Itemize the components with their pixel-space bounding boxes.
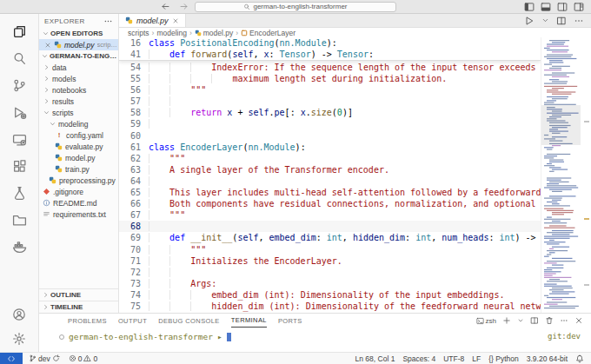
code-line-72[interactable]: 72 bbox=[119, 267, 541, 278]
code-line-71[interactable]: 71 Initializes the EncoderLayer. bbox=[119, 255, 541, 267]
code-line-57[interactable]: 57 bbox=[119, 96, 541, 107]
code-line-75[interactable]: 75 hidden_dim (int): Dimensionality of t… bbox=[119, 301, 541, 312]
code-line-74[interactable]: 74 embed_dim (int): Dimensionality of th… bbox=[119, 289, 541, 301]
plus-icon[interactable] bbox=[502, 316, 511, 325]
tree-item-models[interactable]: models bbox=[39, 73, 118, 84]
tab-model-py[interactable]: model.py bbox=[119, 14, 186, 27]
sticky-line-16[interactable]: 16class PositionalEncoding(nn.Module): bbox=[119, 37, 541, 49]
code-line-65[interactable]: 65 This layer includes multi-head self-a… bbox=[119, 187, 541, 198]
open-editors-header[interactable]: OPEN EDITORS bbox=[39, 28, 118, 39]
activity-account[interactable] bbox=[9, 306, 30, 323]
outline-section-header[interactable]: OUTLINE bbox=[39, 288, 118, 301]
split-icon[interactable] bbox=[556, 16, 567, 26]
layout-sidebar-right-icon[interactable] bbox=[557, 2, 568, 12]
panel-tab-output[interactable]: OUTPUT bbox=[118, 314, 147, 328]
status-encoding[interactable]: UTF-8 bbox=[443, 354, 464, 363]
minimap[interactable] bbox=[541, 37, 581, 313]
chev-down-icon[interactable] bbox=[517, 317, 524, 324]
status-cursor-position[interactable]: Ln 68, Col 1 bbox=[355, 354, 395, 363]
activity-testing[interactable] bbox=[9, 184, 30, 202]
code-line-62[interactable]: 62 """ bbox=[119, 153, 541, 164]
panel-tab-debug-console[interactable]: DEBUG CONSOLE bbox=[158, 314, 220, 328]
ellipsis-icon[interactable] bbox=[560, 316, 568, 325]
activity-remote-explorer[interactable] bbox=[9, 130, 30, 148]
code-line-54[interactable]: 54 IndexError: If the sequence length of… bbox=[119, 62, 541, 73]
open-editor-item-model-py[interactable]: model.py scripts/mod... bbox=[39, 39, 118, 50]
layout-customize-icon[interactable] bbox=[574, 2, 584, 12]
folder-section-header[interactable]: GERMAN-TO-ENGLISH-TRANS... bbox=[39, 50, 118, 62]
code-line-73[interactable]: 73 Args: bbox=[119, 278, 541, 289]
code-line-56[interactable]: 56 """ bbox=[119, 84, 541, 96]
back-icon[interactable] bbox=[161, 2, 170, 11]
tree-item-config-yaml[interactable]: !config.yaml bbox=[39, 129, 118, 141]
forward-icon[interactable] bbox=[179, 2, 189, 11]
status-indentation[interactable]: Spaces: 4 bbox=[402, 354, 435, 363]
tree-item-modeling[interactable]: modeling bbox=[39, 118, 118, 129]
breadcrumb-item-model-py[interactable]: model.py bbox=[195, 29, 234, 37]
more-actions-icon[interactable] bbox=[103, 17, 113, 26]
status-eol[interactable]: LF bbox=[472, 354, 481, 363]
code-line-66[interactable]: 66 Both components have residual connect… bbox=[119, 198, 541, 209]
tree-item-scripts[interactable]: scripts bbox=[39, 107, 118, 118]
panel-tab-problems[interactable]: PROBLEMS bbox=[68, 314, 107, 328]
code-line-68[interactable]: 68 bbox=[119, 221, 541, 232]
code-line-55[interactable]: 55 maximum length set during initializat… bbox=[119, 73, 541, 84]
terminal[interactable]: german-to-english-transformer ▸ bbox=[39, 332, 591, 341]
breadcrumb-item-modeling[interactable]: modeling bbox=[156, 29, 187, 37]
overview-ruler[interactable] bbox=[581, 37, 591, 313]
tree-item-preprocessing-py[interactable]: preprocessing.py bbox=[39, 175, 118, 186]
panel-tab-ports[interactable]: PORTS bbox=[278, 314, 302, 328]
tree-item-requirements-txt[interactable]: requirements.txt bbox=[39, 208, 118, 220]
tree-item-data[interactable]: data bbox=[39, 62, 118, 73]
code-line-63[interactable]: 63 A single layer of the Transformer enc… bbox=[119, 164, 541, 175]
activity-search[interactable] bbox=[9, 50, 30, 67]
split-icon[interactable] bbox=[530, 316, 539, 325]
shell-selector[interactable]: zsh bbox=[476, 317, 496, 325]
tree-item-model-py[interactable]: model.py bbox=[39, 152, 118, 163]
line-number: 72 bbox=[119, 267, 149, 278]
code-line-64[interactable]: 64 bbox=[119, 175, 541, 187]
activity-source-control[interactable] bbox=[9, 76, 30, 94]
chev-down-icon[interactable] bbox=[541, 17, 549, 24]
close-icon[interactable] bbox=[574, 316, 583, 325]
timeline-section-header[interactable]: TIMELINE bbox=[39, 301, 118, 313]
status-python-interpreter[interactable]: 3.9.20 64-bit bbox=[527, 354, 568, 363]
code-line-59[interactable]: 59 bbox=[119, 118, 541, 129]
close-icon[interactable] bbox=[172, 17, 179, 24]
bell-icon[interactable] bbox=[575, 354, 584, 363]
layout-panel-icon[interactable] bbox=[541, 2, 551, 12]
code-editor[interactable]: 54 IndexError: If the sequence length of… bbox=[119, 37, 591, 313]
tree-item-notebooks[interactable]: notebooks bbox=[39, 84, 118, 96]
code-line-60[interactable]: 60 bbox=[119, 130, 541, 142]
activity-extensions[interactable] bbox=[9, 157, 30, 175]
code-line-69[interactable]: 69 def __init__(self, embed_dim: int, hi… bbox=[119, 232, 541, 243]
tree-item--gitignore[interactable]: .gitignore bbox=[39, 186, 118, 197]
ellipsis-icon[interactable] bbox=[574, 16, 584, 26]
play-icon[interactable] bbox=[524, 16, 535, 26]
remote-indicator[interactable] bbox=[0, 353, 23, 364]
activity-docker[interactable] bbox=[9, 238, 30, 255]
layout-sidebar-left-icon[interactable] bbox=[524, 2, 535, 12]
trash-icon[interactable] bbox=[545, 316, 554, 325]
tree-item-results[interactable]: results bbox=[39, 96, 118, 107]
tree-item-readme-md[interactable]: README.md bbox=[39, 197, 118, 208]
status-language-mode[interactable]: {} Python bbox=[488, 354, 519, 363]
code-line-58[interactable]: 58 return x + self.pe[: x.size(0)] bbox=[119, 107, 541, 118]
breadcrumb-item-encoderlayer[interactable]: EncoderLayer bbox=[241, 29, 296, 37]
tree-item-train-py[interactable]: train.py bbox=[39, 163, 118, 175]
code-line-70[interactable]: 70 """ bbox=[119, 244, 541, 255]
sticky-line-41[interactable]: 41 def forward(self, x: Tensor) -> Tenso… bbox=[119, 49, 541, 60]
git-branch-status[interactable]: dev bbox=[29, 354, 60, 363]
activity-settings[interactable] bbox=[9, 330, 30, 347]
breadcrumb-item-scripts[interactable]: scripts bbox=[128, 29, 149, 37]
panel-tab-terminal[interactable]: TERMINAL bbox=[231, 314, 267, 328]
activity-run-debug[interactable] bbox=[9, 103, 30, 121]
command-center-search[interactable]: german-to-english-transformer bbox=[195, 2, 396, 12]
tree-item-evaluate-py[interactable]: evaluate.py bbox=[39, 141, 118, 152]
close-icon[interactable] bbox=[44, 42, 51, 49]
problems-status[interactable]: 00 bbox=[69, 354, 97, 363]
code-line-67[interactable]: 67 """ bbox=[119, 209, 541, 221]
code-line-61[interactable]: 61class EncoderLayer(nn.Module): bbox=[119, 142, 541, 153]
activity-explorer[interactable] bbox=[9, 23, 30, 40]
activity-project-folder[interactable] bbox=[9, 211, 30, 228]
